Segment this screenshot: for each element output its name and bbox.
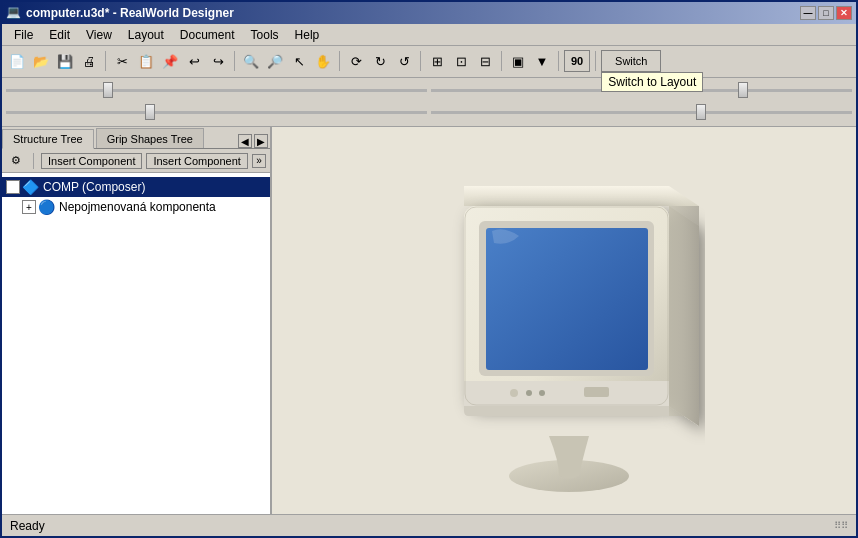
- menu-help[interactable]: Help: [287, 26, 328, 44]
- slider-track-2a[interactable]: [6, 111, 427, 114]
- view-options-button[interactable]: ▼: [531, 50, 553, 72]
- separator-4: [420, 51, 421, 71]
- statusbar: Ready ⠿⠿: [2, 514, 856, 536]
- save-button[interactable]: 💾: [54, 50, 76, 72]
- close-button[interactable]: ✕: [836, 6, 852, 20]
- toolbars: 📄 📂 💾 🖨 ✂ 📋 📌 ↩ ↪ 🔍 🔎 ↖ ✋ ⟳ ↻ ↺ ⊞ ⊡ ⊟ ▣: [2, 46, 856, 78]
- tree-expand-unnamed[interactable]: +: [22, 200, 36, 214]
- tab-structure-tree[interactable]: Structure Tree: [2, 129, 94, 149]
- menubar: File Edit View Layout Document Tools Hel…: [2, 24, 856, 46]
- tree-toolbar: ⚙ Insert Component Insert Component »: [2, 149, 270, 173]
- undo-button[interactable]: ↩: [183, 50, 205, 72]
- angle-display: 90: [564, 50, 590, 72]
- slider-thumb-1b[interactable]: [738, 82, 748, 98]
- status-text: Ready: [10, 519, 45, 533]
- tab-bar: Structure Tree Grip Shapes Tree ◀ ▶: [2, 127, 270, 149]
- open-button[interactable]: 📂: [30, 50, 52, 72]
- title-text: computer.u3d* - RealWorld Designer: [26, 6, 800, 20]
- select-button[interactable]: ↖: [288, 50, 310, 72]
- svg-rect-3: [486, 228, 648, 370]
- redo-button[interactable]: ↪: [207, 50, 229, 72]
- comp-label: COMP (Composer): [43, 180, 145, 194]
- slider-thumb-2b[interactable]: [696, 104, 706, 120]
- align-button[interactable]: ⊟: [474, 50, 496, 72]
- tree-node-unnamed[interactable]: + 🔵 Nepojmenovaná komponenta: [2, 197, 270, 217]
- svg-point-6: [526, 390, 532, 396]
- titlebar: 💻 computer.u3d* - RealWorld Designer — □…: [2, 2, 856, 24]
- menu-layout[interactable]: Layout: [120, 26, 172, 44]
- switch-layout-button[interactable]: Switch: [601, 50, 661, 72]
- rotate-x-button[interactable]: ⟳: [345, 50, 367, 72]
- window-controls: — □ ✕: [800, 6, 852, 20]
- move-button[interactable]: ✋: [312, 50, 334, 72]
- menu-edit[interactable]: Edit: [41, 26, 78, 44]
- slider-track-2b[interactable]: [431, 111, 852, 114]
- cut-button[interactable]: ✂: [111, 50, 133, 72]
- menu-file[interactable]: File: [6, 26, 41, 44]
- menu-tools[interactable]: Tools: [243, 26, 287, 44]
- tree-settings-button[interactable]: ⚙: [6, 152, 26, 170]
- unnamed-label: Nepojmenovaná komponenta: [59, 200, 216, 214]
- tab-nav-buttons: ◀ ▶: [238, 134, 270, 148]
- separator-6: [558, 51, 559, 71]
- tab-prev-button[interactable]: ◀: [238, 134, 252, 148]
- rotate-z-button[interactable]: ↺: [393, 50, 415, 72]
- zoom-out-button[interactable]: 🔎: [264, 50, 286, 72]
- svg-rect-8: [584, 387, 609, 397]
- slider-row-2: [6, 102, 852, 122]
- tree-expand-all-button[interactable]: »: [252, 154, 266, 168]
- view-front-button[interactable]: ▣: [507, 50, 529, 72]
- app-icon: 💻: [6, 5, 22, 21]
- svg-point-5: [510, 389, 518, 397]
- slider-track-1a[interactable]: [6, 89, 427, 92]
- slider-row-1: [6, 80, 852, 100]
- toolbar-row-1: 📄 📂 💾 🖨 ✂ 📋 📌 ↩ ↪ 🔍 🔎 ↖ ✋ ⟳ ↻ ↺ ⊞ ⊡ ⊟ ▣: [6, 48, 852, 74]
- separator-2: [234, 51, 235, 71]
- separator-3: [339, 51, 340, 71]
- grid-button[interactable]: ⊞: [426, 50, 448, 72]
- tree-area: − 🔷 COMP (Composer) + 🔵 Nepojmenovaná ko…: [2, 173, 270, 514]
- canvas-area: [272, 127, 856, 514]
- tree-expand-comp[interactable]: −: [6, 180, 20, 194]
- minimize-button[interactable]: —: [800, 6, 816, 20]
- slider-thumb-2a[interactable]: [145, 104, 155, 120]
- print-button[interactable]: 🖨: [78, 50, 100, 72]
- rotate-y-button[interactable]: ↻: [369, 50, 391, 72]
- zoom-in-button[interactable]: 🔍: [240, 50, 262, 72]
- insert-component-button-1[interactable]: Insert Component: [41, 153, 142, 169]
- switch-tooltip: Switch to Layout: [601, 72, 703, 92]
- switch-layout-area: Switch Switch to Layout: [601, 50, 661, 72]
- 3d-monitor-svg: [374, 131, 754, 511]
- tab-grip-shapes-tree[interactable]: Grip Shapes Tree: [96, 128, 204, 148]
- svg-rect-4: [464, 381, 669, 406]
- tree-node-comp[interactable]: − 🔷 COMP (Composer): [2, 177, 270, 197]
- app-window: 💻 computer.u3d* - RealWorld Designer — □…: [0, 0, 858, 538]
- left-panel: Structure Tree Grip Shapes Tree ◀ ▶ ⚙ In…: [2, 127, 272, 514]
- menu-document[interactable]: Document: [172, 26, 243, 44]
- separator-7: [595, 51, 596, 71]
- new-button[interactable]: 📄: [6, 50, 28, 72]
- status-separator: ⠿⠿: [834, 520, 848, 531]
- comp-icon: 🔷: [22, 179, 39, 195]
- svg-point-7: [539, 390, 545, 396]
- menu-view[interactable]: View: [78, 26, 120, 44]
- maximize-button[interactable]: □: [818, 6, 834, 20]
- unnamed-icon: 🔵: [38, 199, 55, 215]
- snap-button[interactable]: ⊡: [450, 50, 472, 72]
- paste-button[interactable]: 📌: [159, 50, 181, 72]
- separator-5: [501, 51, 502, 71]
- 3d-viewport[interactable]: [272, 127, 856, 514]
- main-layout: Structure Tree Grip Shapes Tree ◀ ▶ ⚙ In…: [2, 127, 856, 514]
- copy-button[interactable]: 📋: [135, 50, 157, 72]
- sliders-panel: [2, 78, 856, 127]
- slider-thumb-1a[interactable]: [103, 82, 113, 98]
- tab-next-button[interactable]: ▶: [254, 134, 268, 148]
- tree-separator: [33, 153, 34, 169]
- separator-1: [105, 51, 106, 71]
- insert-component-button-2[interactable]: Insert Component: [146, 153, 247, 169]
